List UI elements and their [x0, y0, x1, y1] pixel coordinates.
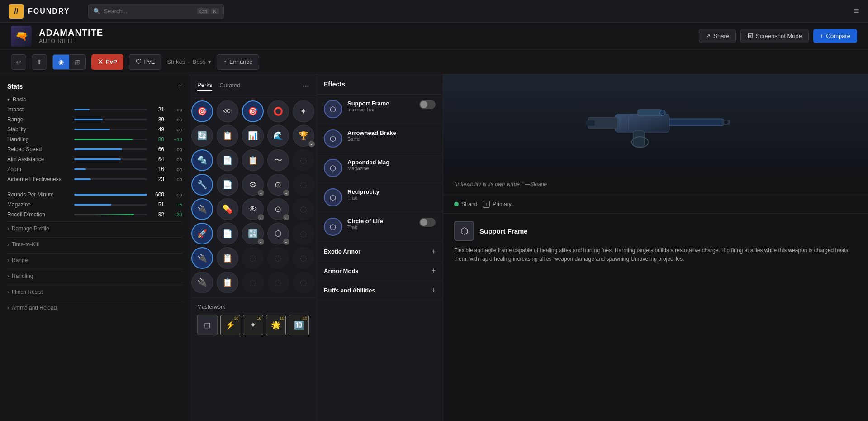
svg-point-8: [660, 110, 665, 115]
masterwork-section: Masterwork ◻ ⚡10 ✦10 🌟10 🔟10: [190, 298, 316, 341]
armor-mods-section[interactable]: Armor Mods +: [317, 261, 443, 281]
pve-button[interactable]: 🛡 PvE: [129, 54, 162, 70]
perk-icon[interactable]: 🔣-: [242, 223, 264, 244]
masterwork-slot-4[interactable]: 🔟10: [289, 315, 309, 335]
perk-icon-empty: ◌: [267, 247, 289, 269]
perk-icon[interactable]: ⚙-: [242, 174, 264, 196]
perk-icon[interactable]: ✦: [293, 100, 314, 122]
perk-icon[interactable]: 🔌: [191, 247, 213, 269]
masterwork-slot-empty[interactable]: ◻: [197, 315, 218, 335]
masterwork-title: Masterwork: [197, 304, 309, 310]
perk-icon[interactable]: 〜: [267, 149, 289, 171]
masterwork-slot-2[interactable]: ✦10: [243, 315, 263, 335]
exotic-armor-section[interactable]: Exotic Armor +: [317, 242, 443, 261]
svg-point-12: [724, 120, 728, 124]
stats-panel: Stats + ▾ Basic Impact 21 oo Range: [0, 74, 190, 421]
perk-icon[interactable]: 📄: [217, 174, 238, 196]
perk-icon[interactable]: 🔧: [191, 174, 213, 196]
perk-icon[interactable]: 📋: [217, 125, 238, 147]
menu-icon[interactable]: ≡: [854, 6, 859, 16]
effect-circle-of-life-toggle[interactable]: [419, 218, 436, 227]
stat-row-airborne: Airborne Effectiveness 23 oo: [7, 176, 182, 182]
chevron-right-icon: ›: [7, 241, 9, 248]
perk-icon[interactable]: 🏆-: [293, 125, 314, 147]
search-bar[interactable]: 🔍 Ctrl K: [88, 4, 224, 19]
screenshot-icon: 🖼: [747, 33, 753, 39]
activity-selector[interactable]: Strikes - Boss ▾: [167, 58, 211, 65]
header-actions: ↗ Share 🖼 Screenshot Mode + Compare: [699, 29, 857, 43]
enhance-button[interactable]: ↑ Enhance: [217, 54, 259, 70]
perk-icon-empty: ◌: [267, 272, 289, 293]
flinch-resist-toggle[interactable]: › Flinch Resist: [7, 285, 182, 299]
stats-add-button[interactable]: +: [177, 81, 182, 91]
logo-icon: //: [9, 4, 24, 19]
grid-mode-button[interactable]: ⊞: [69, 55, 85, 69]
perk-icon[interactable]: 🔌: [191, 198, 213, 220]
perk-icon[interactable]: 📋: [242, 149, 264, 171]
masterwork-grid: ◻ ⚡10 ✦10 🌟10 🔟10: [197, 315, 309, 335]
perk-icon[interactable]: 🌊: [267, 125, 289, 147]
damage-profile-toggle[interactable]: › Damage Profile: [7, 221, 182, 235]
chevron-right-icon: ›: [7, 289, 9, 295]
perk-icon[interactable]: 📊: [242, 125, 264, 147]
chevron-right-icon: ›: [7, 273, 9, 279]
logo[interactable]: // FOUNDRY: [9, 4, 70, 19]
masterwork-slot-3[interactable]: 🌟10: [266, 315, 286, 335]
perk-icon[interactable]: 👁-: [242, 198, 264, 220]
effects-title: Effects: [324, 81, 345, 88]
tab-perks[interactable]: Perks: [197, 81, 212, 91]
perk-icon[interactable]: 📋: [217, 272, 238, 293]
expand-icon: +: [432, 247, 436, 255]
basic-toggle[interactable]: ▾ Basic: [7, 96, 182, 103]
share-toolbar-button[interactable]: ⬆: [32, 54, 47, 70]
perk-detail-description: Flexible and agile frame capable of heal…: [454, 246, 857, 263]
masterwork-slot-1[interactable]: ⚡10: [220, 315, 241, 335]
chevron-right-icon: ›: [7, 305, 9, 311]
compare-button[interactable]: + Compare: [813, 29, 857, 43]
buffs-abilities-section[interactable]: Buffs and Abilities +: [317, 281, 443, 300]
perk-icon[interactable]: ⊙-: [267, 174, 289, 196]
perk-icon[interactable]: 👁: [217, 100, 238, 122]
chevron-right-icon: ›: [7, 257, 9, 263]
perks-more-menu[interactable]: •••: [303, 83, 309, 90]
pve-icon: 🛡: [136, 58, 142, 65]
screenshot-mode-button[interactable]: 🖼 Screenshot Mode: [740, 29, 809, 43]
perk-icon[interactable]: 🎯: [242, 100, 264, 122]
perks-grid: 🎯 👁 🎯 ⭕ ✦ 🔄 📋 📊 🌊 🏆- 🔩 📄 📋 〜 ◌ 🔧 📄 ⚙- ⊙-…: [190, 96, 316, 298]
perk-icon[interactable]: ⬡-: [267, 223, 289, 244]
tab-curated[interactable]: Curated: [219, 82, 240, 91]
perk-icon-empty: ◌: [242, 247, 264, 269]
search-input[interactable]: [104, 8, 185, 14]
pvp-button[interactable]: ⚔ PvP: [91, 54, 123, 70]
time-to-kill-toggle[interactable]: › Time-to-Kill: [7, 237, 182, 251]
perk-icon[interactable]: 🔌: [191, 272, 213, 293]
circle-mode-button[interactable]: ◉: [53, 55, 69, 69]
share-button[interactable]: ↗ Share: [699, 29, 736, 43]
effects-panel: Effects ⬡ Support Frame Intrinsic Trait …: [317, 74, 443, 421]
handling-toggle[interactable]: › Handling: [7, 269, 182, 283]
effect-support-frame-toggle[interactable]: [419, 100, 436, 109]
perk-icon[interactable]: ⭕: [267, 100, 289, 122]
weapon-type: AUTO RIFLE: [39, 38, 692, 44]
perk-icon[interactable]: 🔄: [191, 125, 213, 147]
perk-icon[interactable]: 📄: [217, 149, 238, 171]
perk-icon[interactable]: 💊: [217, 198, 238, 220]
ammo-reload-toggle[interactable]: › Ammo and Reload: [7, 301, 182, 315]
stat-row-zoom: Zoom 16 oo: [7, 166, 182, 172]
range-toggle[interactable]: › Range: [7, 253, 182, 267]
svg-rect-4: [586, 120, 595, 126]
perk-icon[interactable]: 📋: [217, 247, 238, 269]
share-toolbar-icon: ⬆: [37, 58, 42, 66]
expand-icon: +: [432, 267, 436, 275]
perk-icon[interactable]: 🚀: [191, 223, 213, 244]
perk-icon[interactable]: 🔩: [191, 149, 213, 171]
perks-header: Perks Curated •••: [190, 74, 316, 96]
stats-title: Stats: [7, 83, 23, 90]
perk-icon[interactable]: 📄: [217, 223, 238, 244]
svg-rect-1: [669, 120, 724, 125]
undo-button[interactable]: ↩: [11, 54, 26, 70]
perk-icon[interactable]: 🎯: [191, 100, 213, 122]
pvp-icon: ⚔: [98, 58, 103, 65]
perk-icon[interactable]: ⊙-: [267, 198, 289, 220]
weapon-tags: Strand ↑ Primary: [443, 195, 868, 214]
